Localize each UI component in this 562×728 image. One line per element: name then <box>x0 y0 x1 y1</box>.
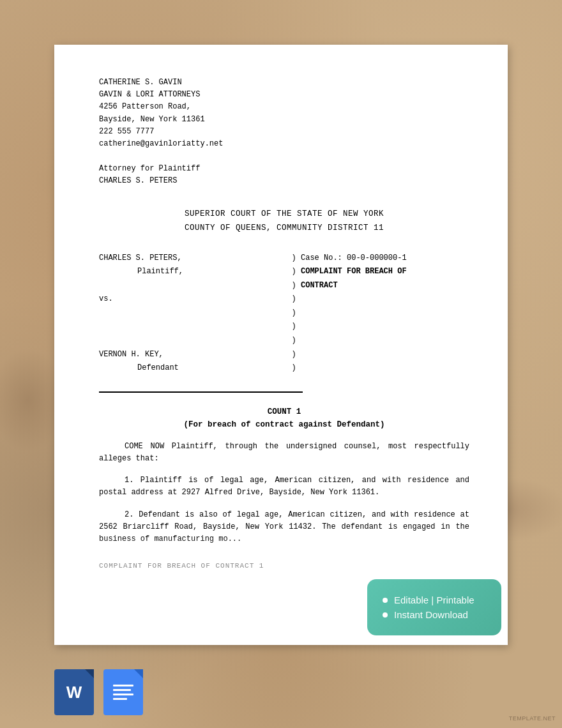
attorney-phone: 222 555 7777 <box>99 126 469 138</box>
body-intro: COME NOW Plaintiff, through the undersig… <box>99 441 469 465</box>
plaintiff-label: CHARLES S. PETERS, <box>99 252 292 266</box>
docs-line-3 <box>113 694 133 695</box>
attorney-name: CATHERINE S. GAVIN <box>99 77 469 89</box>
complaint-label1: ) COMPLAINT FOR BREACH OF <box>292 265 469 279</box>
attorney-address1: 4256 Patterson Road, <box>99 101 469 113</box>
count-title: COUNT 1 <box>99 406 469 418</box>
court-header: SUPERIOR COURT OF THE STATE OF NEW YORK … <box>99 207 469 236</box>
attorney-firm: GAVIN & LORI ATTORNEYS <box>99 89 469 101</box>
feature-badge: Editable | Printable Instant Download <box>367 579 501 635</box>
badge-text-1: Editable | Printable <box>394 595 475 605</box>
parties-right: ) Case No.: 00-0-000000-1 ) COMPLAINT FO… <box>292 252 469 375</box>
badge-dot-1 <box>383 598 388 603</box>
docs-icon-bg <box>103 669 143 715</box>
attorney-info-block: CATHERINE S. GAVIN GAVIN & LORI ATTORNEY… <box>99 77 469 188</box>
court-line1: SUPERIOR COURT OF THE STATE OF NEW YORK <box>99 207 469 222</box>
defendant-label: VERNON H. KEY, <box>99 348 292 362</box>
parties-section: CHARLES S. PETERS, Plaintiff, vs. VERNON… <box>99 252 469 375</box>
complaint-label2: ) CONTRACT <box>292 279 469 293</box>
count-subtitle: (For breach of contract against Defendan… <box>99 418 469 431</box>
attorney-email: catherine@gavinloriatty.net <box>99 138 469 150</box>
vs-label: vs. <box>99 292 292 307</box>
body-paragraph1: 1. Plaintiff is of legal age, American c… <box>99 474 469 499</box>
google-docs-icon-box[interactable] <box>103 669 143 715</box>
badge-dot-2 <box>383 612 388 618</box>
attorney-client: CHARLES S. PETERS <box>99 175 469 187</box>
section-divider <box>99 391 303 393</box>
docs-line-4 <box>113 698 127 700</box>
document-preview: CATHERINE S. GAVIN GAVIN & LORI ATTORNEY… <box>54 45 508 645</box>
word-icon-box[interactable]: W <box>54 669 94 715</box>
plaintiff-role: Plaintiff, <box>99 265 292 279</box>
word-icon: W <box>66 683 82 702</box>
body-paragraph2: 2. Defendant is also of legal age, Ameri… <box>99 509 469 546</box>
court-line2: COUNTY OF QUEENS, COMMUNITY DISTRICT 11 <box>99 221 469 236</box>
parties-left: CHARLES S. PETERS, Plaintiff, vs. VERNON… <box>99 252 292 375</box>
attorney-address2: Bayside, New York 11361 <box>99 114 469 126</box>
footer-text: COMPLAINT FOR BREACH OF CONTRACT 1 <box>99 561 264 572</box>
watermark-text: TEMPLATE.NET <box>509 715 556 722</box>
count-section: COUNT 1 (For breach of contract against … <box>99 406 469 431</box>
badge-text-2: Instant Download <box>394 609 468 620</box>
badge-item-2: Instant Download <box>383 609 486 620</box>
docs-lines <box>108 679 139 705</box>
attorney-for-label: Attorney for Plaintiff <box>99 163 469 175</box>
docs-line-1 <box>113 685 133 686</box>
defendant-role: Defendant <box>99 361 292 375</box>
word-icon-bg: W <box>54 669 94 715</box>
docs-line-2 <box>113 689 131 691</box>
bottom-icons-row: W <box>54 669 143 715</box>
badge-item-1: Editable | Printable <box>383 595 486 605</box>
case-no: ) Case No.: 00-0-000000-1 <box>292 252 469 266</box>
attorney-for-block: Attorney for Plaintiff CHARLES S. PETERS <box>99 163 469 187</box>
document-body: CATHERINE S. GAVIN GAVIN & LORI ATTORNEY… <box>54 45 508 587</box>
